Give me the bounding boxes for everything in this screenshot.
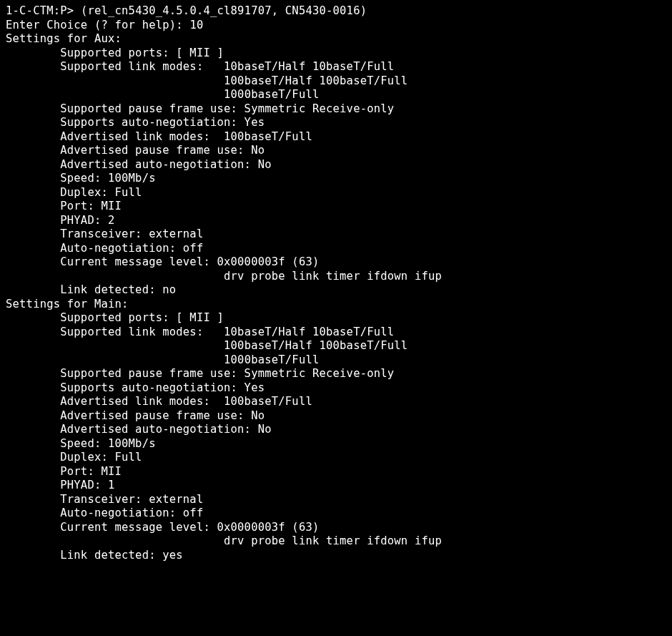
aux-phyad: PHYAD: 2 xyxy=(60,214,114,227)
main-supported-link-modes-2: 100baseT/Half 100baseT/Full xyxy=(224,339,407,352)
indent xyxy=(6,47,60,59)
main-duplex: Duplex: Full xyxy=(60,451,142,464)
aux-supported-link-modes-3: 1000baseT/Full xyxy=(224,88,319,101)
indent xyxy=(6,270,224,283)
indent xyxy=(6,326,60,338)
main-header: Settings for Main: xyxy=(6,298,129,310)
indent xyxy=(6,242,60,255)
indent xyxy=(6,88,224,101)
enter-choice-label: Enter Choice (? for help): xyxy=(6,19,183,31)
main-autoneg: Auto-negotiation: off xyxy=(60,507,203,519)
aux-supported-pause: Supported pause frame use: Symmetric Rec… xyxy=(60,102,394,115)
indent xyxy=(6,395,60,408)
aux-duplex: Duplex: Full xyxy=(60,186,142,199)
indent xyxy=(6,507,60,519)
main-advertised-link-modes: Advertised link modes: 100baseT/Full xyxy=(60,395,312,408)
indent xyxy=(6,116,60,129)
indent xyxy=(6,367,60,380)
main-supported-ports: Supported ports: [ MII ] xyxy=(60,311,224,324)
aux-supported-link-modes-1: 10baseT/Half 10baseT/Full xyxy=(224,60,394,73)
aux-supported-link-modes-label: Supported link modes: xyxy=(60,60,203,73)
main-speed: Speed: 100Mb/s xyxy=(60,437,155,450)
main-supported-link-modes-label: Supported link modes: xyxy=(60,326,203,338)
main-advertised-pause: Advertised pause frame use: No xyxy=(60,409,265,422)
indent xyxy=(6,549,60,562)
main-msg-level-flags: drv probe link timer ifdown ifup xyxy=(224,534,442,547)
indent xyxy=(6,437,60,450)
main-supported-link-modes-3: 1000baseT/Full xyxy=(224,353,319,366)
indent xyxy=(6,130,60,143)
aux-header: Settings for Aux: xyxy=(6,32,122,45)
aux-speed: Speed: 100Mb/s xyxy=(60,172,155,185)
main-msg-level: Current message level: 0x0000003f (63) xyxy=(60,521,319,534)
indent xyxy=(6,451,60,464)
indent xyxy=(6,102,60,115)
main-supports-autoneg: Supports auto-negotiation: Yes xyxy=(60,381,265,394)
prompt-line: 1-C-CTM:P> (rel_cn5430_4.5.0.4_cl891707,… xyxy=(6,4,367,17)
indent xyxy=(6,493,60,506)
aux-msg-level: Current message level: 0x0000003f (63) xyxy=(60,255,319,268)
enter-choice-line: Enter Choice (? for help): 10 xyxy=(6,19,203,31)
indent xyxy=(6,172,60,185)
main-advertised-autoneg: Advertised auto-negotiation: No xyxy=(60,423,272,436)
main-phyad: PHYAD: 1 xyxy=(60,479,114,491)
indent xyxy=(6,186,60,199)
indent xyxy=(6,200,60,212)
terminal-output: 1-C-CTM:P> (rel_cn5430_4.5.0.4_cl891707,… xyxy=(0,0,672,567)
indent xyxy=(6,311,60,324)
indent xyxy=(6,255,60,268)
main-supported-link-modes-1: 10baseT/Half 10baseT/Full xyxy=(224,326,394,338)
aux-supported-link-modes-2: 100baseT/Half 100baseT/Full xyxy=(224,74,407,87)
indent xyxy=(6,409,60,422)
aux-port: Port: MII xyxy=(60,200,122,212)
enter-choice-value[interactable]: 10 xyxy=(189,19,203,31)
aux-msg-level-flags: drv probe link timer ifdown ifup xyxy=(224,270,442,283)
banner: (rel_cn5430_4.5.0.4_cl891707, CN5430-001… xyxy=(81,4,367,17)
aux-advertised-autoneg: Advertised auto-negotiation: No xyxy=(60,158,272,171)
main-link-detected: Link detected: yes xyxy=(60,549,183,562)
main-port: Port: MII xyxy=(60,465,122,478)
aux-transceiver: Transceiver: external xyxy=(60,228,203,240)
aux-autoneg: Auto-negotiation: off xyxy=(60,242,203,255)
indent xyxy=(6,283,60,296)
indent xyxy=(6,521,60,534)
aux-supports-autoneg: Supports auto-negotiation: Yes xyxy=(60,116,265,129)
indent xyxy=(6,465,60,478)
main-transceiver: Transceiver: external xyxy=(60,493,203,506)
indent xyxy=(6,353,224,366)
aux-supported-ports: Supported ports: [ MII ] xyxy=(60,47,224,59)
indent xyxy=(6,423,60,436)
aux-advertised-pause: Advertised pause frame use: No xyxy=(60,144,265,157)
indent xyxy=(6,479,60,491)
prompt-prefix: 1-C-CTM:P> xyxy=(6,4,74,17)
indent xyxy=(6,144,60,157)
indent xyxy=(6,381,60,394)
aux-advertised-link-modes: Advertised link modes: 100baseT/Full xyxy=(60,130,312,143)
indent xyxy=(6,74,224,87)
indent xyxy=(6,534,224,547)
indent xyxy=(6,214,60,227)
indent xyxy=(6,339,224,352)
indent xyxy=(6,158,60,171)
indent xyxy=(6,228,60,240)
aux-link-detected: Link detected: no xyxy=(60,283,176,296)
main-supported-pause: Supported pause frame use: Symmetric Rec… xyxy=(60,367,394,380)
indent xyxy=(6,60,60,73)
